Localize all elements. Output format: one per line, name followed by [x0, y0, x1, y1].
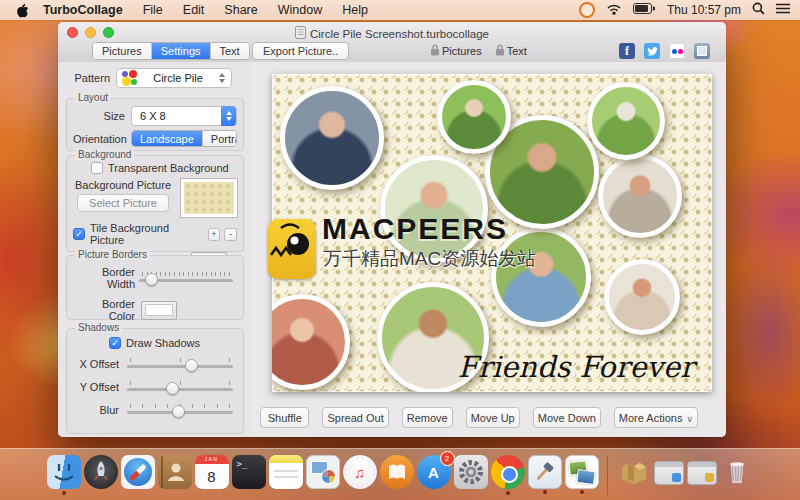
desktop: TurboCollageFileEditShareWindowHelp Thu …: [0, 0, 800, 500]
size-dropdown[interactable]: 6 X 8: [131, 106, 237, 126]
finder-icon[interactable]: [47, 455, 81, 489]
action-move-down-button[interactable]: Move Down: [533, 407, 601, 428]
canvas-caption[interactable]: Friends Forever: [458, 350, 694, 384]
xcode-icon[interactable]: [528, 455, 562, 489]
photo-circle-couple-walking-park[interactable]: [587, 82, 665, 160]
wifi-icon[interactable]: [606, 3, 622, 18]
action-shuffle-button[interactable]: Shuffle: [260, 407, 309, 428]
title-bar[interactable]: Circle Pile Screenshot.turbocollage: [58, 22, 726, 40]
y-offset-label: Y Offset: [73, 381, 119, 393]
utility-app-icon[interactable]: [306, 455, 340, 489]
spotlight-icon[interactable]: [752, 2, 765, 18]
photo-circle-couple-laughing[interactable]: [604, 259, 680, 335]
battery-icon[interactable]: [633, 3, 656, 17]
menu-file[interactable]: File: [133, 3, 173, 17]
action-spread-out-button[interactable]: Spread Out: [322, 407, 388, 428]
transparent-background-checkbox[interactable]: [91, 162, 103, 174]
menu-help[interactable]: Help: [332, 3, 378, 17]
border-color-well[interactable]: [141, 301, 177, 320]
appstore-icon[interactable]: A2: [417, 455, 451, 489]
menu-share[interactable]: Share: [214, 3, 267, 17]
background-picture-thumbnail[interactable]: [181, 179, 237, 217]
chrome-icon[interactable]: [491, 455, 525, 489]
menu-clock[interactable]: Thu 10:57 pm: [667, 3, 741, 17]
lock-text-label: Text: [507, 45, 527, 57]
background-group-title: Background: [75, 149, 134, 160]
tile-background-checkbox[interactable]: [73, 228, 85, 240]
settings-panel: Pattern Circle Pile Layout Size 6 X 8: [58, 62, 253, 437]
pattern-value: Circle Pile: [139, 72, 217, 84]
minimized-window-icon[interactable]: [654, 461, 684, 485]
tab-text[interactable]: Text: [211, 43, 249, 59]
flickr-icon[interactable]: [669, 43, 685, 59]
draw-shadows-checkbox[interactable]: [109, 337, 121, 349]
menu-turbocollage[interactable]: TurboCollage: [33, 3, 133, 17]
collage-canvas[interactable]: Friends Forever: [272, 74, 712, 392]
tab-pictures[interactable]: Pictures: [93, 43, 152, 59]
safari-icon[interactable]: [121, 455, 155, 489]
apple-icon[interactable]: [16, 3, 29, 18]
border-width-slider[interactable]: [139, 270, 233, 286]
launchpad-icon[interactable]: [84, 455, 118, 489]
itunes-icon[interactable]: ♫: [343, 455, 377, 489]
downloads-folder-icon[interactable]: [617, 455, 651, 489]
photo-circle-couple-hugging-white[interactable]: [380, 155, 488, 263]
layout-group: Layout Size 6 X 8 Orientation LandscapeP…: [66, 98, 244, 151]
tile-minus-button[interactable]: -: [224, 228, 237, 241]
running-indicator: [580, 490, 584, 494]
photo-circle-studio-couple[interactable]: [280, 86, 384, 190]
window-title: Circle Pile Screenshot.turbocollage: [310, 28, 489, 40]
action-move-up-button[interactable]: Move Up: [466, 407, 520, 428]
y-offset-slider[interactable]: [127, 379, 233, 395]
pattern-dropdown[interactable]: Circle Pile: [116, 68, 232, 88]
tab-settings[interactable]: Settings: [152, 43, 211, 59]
trash-icon[interactable]: [720, 455, 754, 489]
contacts-icon[interactable]: [158, 455, 192, 489]
action-more-actions-button[interactable]: More Actions∨: [614, 407, 698, 428]
export-picture-button[interactable]: Export Picture..: [252, 42, 349, 60]
facebook-icon[interactable]: f: [619, 43, 635, 59]
running-indicator: [506, 491, 510, 495]
turbocollage-icon[interactable]: [565, 455, 599, 489]
photo-circle-couple-on-grass[interactable]: [437, 80, 511, 154]
terminal-icon[interactable]: >_: [232, 455, 266, 489]
dock: JAN8>_♫A2: [0, 448, 800, 500]
photo-circle-couple-sitting-grass[interactable]: [491, 227, 591, 327]
menu-bar: TurboCollageFileEditShareWindowHelp Thu …: [0, 0, 800, 20]
background-group: Background Transparent Background Backgr…: [66, 155, 244, 252]
share-app-icon[interactable]: [694, 43, 710, 59]
slider-thumb[interactable]: [145, 273, 158, 286]
draw-shadows-label: Draw Shadows: [126, 337, 200, 349]
share-buttons: f: [619, 43, 710, 59]
minimized-window-icon-2[interactable]: [687, 461, 717, 485]
menu-window[interactable]: Window: [268, 3, 332, 17]
blur-slider[interactable]: [127, 402, 233, 418]
orientation-label: Orientation: [73, 133, 125, 145]
layout-group-title: Layout: [75, 92, 111, 103]
slider-thumb[interactable]: [172, 405, 185, 418]
shadow-sliders: X OffsetY OffsetBlur: [67, 356, 243, 418]
lock-pictures-toggle[interactable]: Pictures: [430, 44, 482, 58]
photo-circle-couple-warm-tones[interactable]: [272, 294, 350, 390]
action-buttons: ShuffleSpread OutRemoveMove UpMove DownM…: [260, 407, 698, 428]
notification-center-icon[interactable]: [776, 3, 790, 17]
border-width-label: Border Width: [73, 266, 135, 290]
menubar-orange-icon[interactable]: [579, 2, 595, 18]
orientation-portrait[interactable]: Portrait: [203, 131, 237, 146]
select-picture-button[interactable]: Select Picture: [77, 194, 169, 212]
tile-plus-button[interactable]: +: [208, 228, 221, 241]
slider-thumb[interactable]: [166, 382, 179, 395]
notes-icon[interactable]: [269, 455, 303, 489]
x-offset-slider[interactable]: [127, 356, 233, 372]
photo-circle-couple-indoors[interactable]: [598, 154, 682, 238]
lock-text-toggle[interactable]: Text: [495, 44, 527, 58]
menu-edit[interactable]: Edit: [173, 3, 215, 17]
system-preferences-icon[interactable]: [454, 455, 488, 489]
ibooks-icon[interactable]: [380, 455, 414, 489]
twitter-icon[interactable]: [644, 43, 660, 59]
pattern-label: Pattern: [58, 72, 110, 84]
calendar-icon[interactable]: JAN8: [195, 455, 229, 489]
slider-thumb[interactable]: [185, 359, 198, 372]
action-remove-button[interactable]: Remove: [402, 407, 453, 428]
orientation-landscape[interactable]: Landscape: [132, 131, 203, 146]
